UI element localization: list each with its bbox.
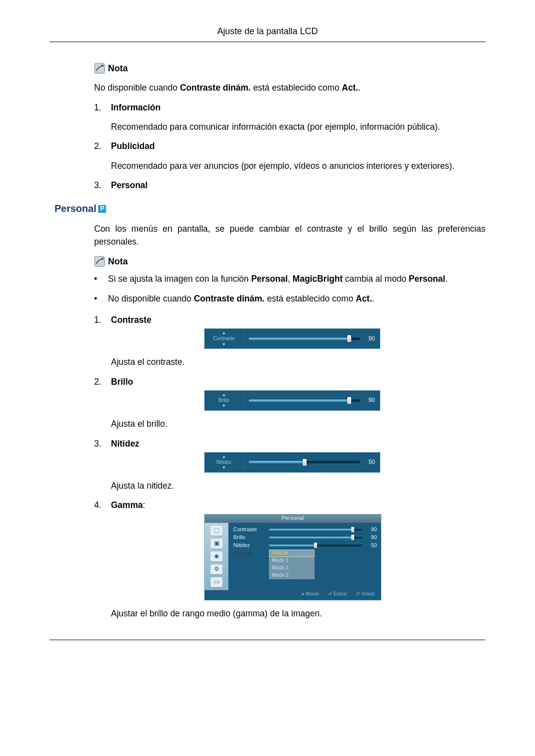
- osd-row-contraste[interactable]: Contraste 90: [233, 526, 377, 534]
- gamma-option-modo3[interactable]: Modo 3: [269, 572, 315, 579]
- osd-slider-contraste: ▲ Contraste ▼ 90: [204, 328, 380, 349]
- arrow-down-icon: ▼: [222, 343, 226, 347]
- modes-list: 1. Información Recomendado para comunica…: [94, 101, 485, 192]
- osd-slider-nitidez: ▲ Nitidez ▼ 50: [204, 452, 380, 473]
- setting-item-brillo: 2. Brillo ▲ Brillo ▼: [94, 376, 485, 431]
- osd-slider-brillo: ▲ Brillo ▼ 90: [204, 390, 380, 411]
- personal-intro: Con los menús en pantalla, se puede camb…: [94, 223, 485, 248]
- note-2-bullets: • Si se ajusta la imagen con la función …: [94, 273, 485, 305]
- slider-thumb[interactable]: [347, 335, 351, 342]
- setting-item-gamma: 4. Gamma: Personal ⬚ ▣ ◉ ⚙ ▭: [94, 499, 485, 620]
- settings-list: 1. Contraste ▲ Contraste ▼: [94, 314, 485, 620]
- menu-icon[interactable]: ▭: [211, 577, 222, 587]
- menu-icon[interactable]: ⚙: [211, 564, 222, 574]
- footer-move: ♦ Mover: [302, 591, 320, 598]
- note-label: Nota: [108, 62, 128, 75]
- note-row: Nota: [94, 255, 485, 268]
- section-heading-personal: Personal P: [54, 202, 485, 216]
- osd-menu-title: Personal: [205, 514, 381, 523]
- bullet-item: • No disponible cuando Contraste dinám. …: [94, 293, 485, 305]
- arrow-up-icon: ▲: [222, 331, 226, 335]
- osd-icon-column: ⬚ ▣ ◉ ⚙ ▭: [205, 523, 228, 590]
- note-1-text: No disponible cuando Contraste dinám. es…: [94, 82, 485, 94]
- menu-icon[interactable]: ▣: [211, 539, 222, 549]
- note-block-2: Nota: [94, 255, 485, 268]
- slider-thumb[interactable]: [347, 397, 351, 404]
- osd-gamma-menu: Personal ⬚ ▣ ◉ ⚙ ▭ Contrast: [204, 514, 381, 601]
- slider-thumb[interactable]: [303, 459, 307, 466]
- footer-enter: ⏎ Entrar: [328, 591, 347, 598]
- slider-track[interactable]: [249, 338, 360, 340]
- osd-row-nitidez[interactable]: Nitidez 50: [233, 542, 377, 550]
- setting-item-nitidez: 3. Nitidez ▲ Nitidez ▼: [94, 438, 485, 493]
- page-header: Ajuste de la pantalla LCD: [50, 25, 485, 42]
- page: Ajuste de la pantalla LCD Nota No dispon…: [50, 0, 485, 680]
- arrow-down-icon: ▼: [222, 404, 226, 408]
- gamma-option-modo2[interactable]: Modo 2: [269, 564, 315, 572]
- gamma-option-natural[interactable]: Natural: [269, 550, 315, 557]
- content: Nota No disponible cuando Contraste diná…: [50, 62, 485, 620]
- osd-row-brillo[interactable]: Brillo 90: [233, 534, 377, 542]
- slider-track[interactable]: [249, 461, 360, 463]
- note-block-1: Nota: [94, 62, 485, 75]
- arrow-down-icon: ▼: [222, 466, 226, 470]
- note-icon: [94, 256, 105, 267]
- bullet-item: • Si se ajusta la imagen con la función …: [94, 273, 485, 285]
- footer-rule: [50, 640, 485, 640]
- mode-item: 1. Información Recomendado para comunica…: [94, 101, 485, 134]
- arrow-up-icon: ▲: [222, 455, 226, 459]
- gamma-option-modo1[interactable]: Modo 1: [269, 557, 315, 564]
- setting-item-contraste: 1. Contraste ▲ Contraste ▼: [94, 314, 485, 369]
- arrow-up-icon: ▲: [222, 393, 226, 397]
- svg-point-1: [102, 65, 104, 67]
- slider-track[interactable]: [249, 400, 360, 402]
- note-icon: [94, 63, 105, 74]
- gamma-options: Natural Modo 1 Modo 2 Modo 3: [269, 550, 315, 579]
- svg-point-3: [102, 258, 104, 260]
- menu-icon[interactable]: ⬚: [211, 526, 222, 536]
- mode-item: 3. Personal: [94, 179, 485, 192]
- osd-footer: ♦ Mover ⏎ Entrar ↺ Volver: [205, 590, 381, 600]
- note-row: Nota: [94, 62, 485, 75]
- footer-back: ↺ Volver: [356, 591, 375, 598]
- menu-icon[interactable]: ◉: [211, 552, 222, 561]
- p-badge-icon: P: [98, 205, 106, 213]
- mode-item: 2. Publicidad Recomendado para ver anunc…: [94, 140, 485, 172]
- note-label: Nota: [108, 255, 128, 268]
